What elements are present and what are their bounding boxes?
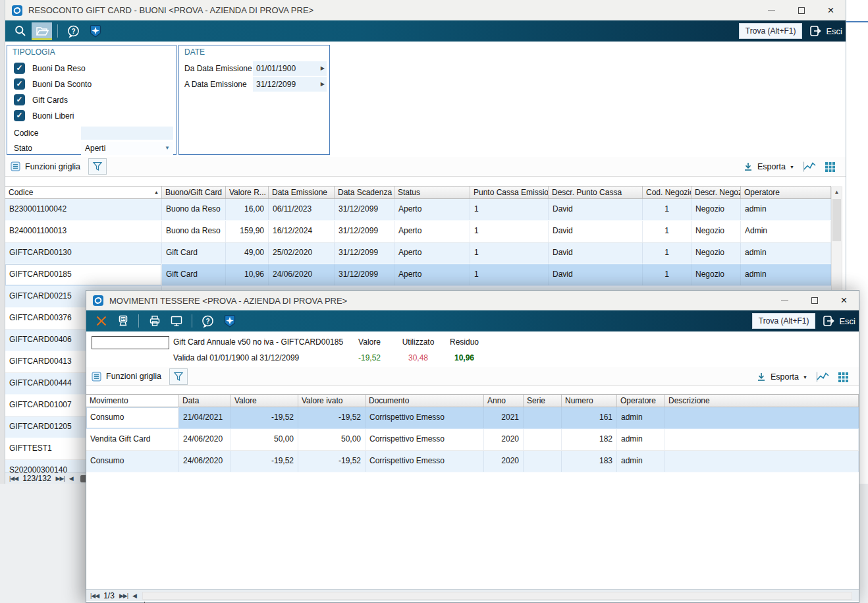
column-header[interactable]: Valore (231, 395, 298, 407)
close-icon[interactable]: × (829, 291, 859, 310)
trova-button[interactable]: Trova (Alt+F1) (739, 23, 803, 39)
table-row[interactable]: Vendita Gift Card24/06/202050,0050,00Cor… (86, 429, 859, 451)
column-header[interactable]: Data (179, 395, 231, 407)
card-info-panel: Gift Card Annuale v50 no iva - GIFTCARD0… (86, 331, 859, 367)
list-icon (92, 372, 101, 382)
column-header[interactable]: Codice▲ (5, 187, 162, 198)
scroll-up-icon[interactable]: ▲ (832, 187, 842, 198)
first-page-button[interactable]: |◀◀ (9, 475, 18, 482)
column-header[interactable]: Operatore (617, 395, 665, 407)
search-button[interactable] (10, 22, 30, 40)
esporta-button[interactable]: Esporta ▼ (743, 161, 794, 172)
stato-select[interactable]: Aperti ▼ (81, 142, 173, 155)
table-row[interactable]: B230001100042Buono da Reso16,0006/11/202… (5, 199, 831, 221)
last-page-button[interactable]: ▶▶| (119, 592, 128, 599)
table-cell: 1 (643, 243, 692, 264)
da-data-input[interactable]: 01/01/1900 ▶ (253, 61, 327, 76)
table-cell: Gift Card (162, 243, 226, 264)
chart-button[interactable] (802, 161, 817, 173)
esci-label: Esci (839, 316, 855, 326)
column-header[interactable]: Data Scadenza (335, 187, 394, 198)
table-row[interactable]: GIFTCARD00130Gift Card49,0025/02/202031/… (5, 243, 831, 264)
chart-button[interactable] (815, 371, 830, 383)
column-header[interactable]: Valore ivato (298, 395, 366, 407)
filter-button[interactable] (169, 368, 188, 385)
main-titlebar[interactable]: RESOCONTO GIFT CARD - BUONI <PROVA - AZI… (5, 0, 846, 20)
maximize-icon[interactable] (786, 0, 816, 20)
grid-view-button[interactable] (825, 161, 836, 173)
scroll-left-button[interactable]: ◀ (132, 592, 136, 599)
table-row[interactable]: Consumo21/04/2021-19,52-19,52Corrispetti… (86, 407, 859, 429)
valore-value: -19,52 (344, 353, 394, 362)
pin-button[interactable] (219, 312, 240, 330)
checkbox-buoni-da-reso[interactable]: ✓ Buoni Da Reso (14, 63, 86, 74)
column-header[interactable]: Valore R... (226, 187, 269, 198)
help-button[interactable]: ? (198, 312, 218, 330)
column-header[interactable]: Status (394, 187, 470, 198)
card-terminal-button[interactable]: $ (113, 312, 133, 330)
table-cell: -19,52 (298, 407, 366, 428)
print-button[interactable] (144, 312, 165, 330)
scrollbar-thumb[interactable] (832, 199, 841, 241)
spinner-icon[interactable]: ▶ (321, 61, 325, 76)
column-header[interactable]: Documento (366, 395, 484, 407)
table-row[interactable]: B240001100013Buono da Reso159,9016/12/20… (5, 221, 831, 243)
table-cell: David (549, 221, 643, 242)
column-header[interactable]: Operatore (741, 187, 831, 198)
maximize-icon[interactable] (800, 291, 829, 310)
annulla-button[interactable] (91, 312, 111, 330)
checkbox-buoni-liberi[interactable]: ✓ Buoni Liberi (14, 110, 74, 121)
table-cell: Admin (741, 221, 831, 242)
checkbox-gift-cards[interactable]: ✓ Gift Cards (14, 94, 68, 105)
column-header[interactable]: Buono/Gift Card (162, 187, 226, 198)
chevron-down-icon: ▼ (165, 142, 170, 155)
a-data-input[interactable]: 31/12/2099 ▶ (253, 77, 327, 92)
help-icon: ? (201, 314, 215, 328)
column-header[interactable]: Serie (524, 395, 562, 407)
minimize-icon[interactable] (757, 0, 786, 20)
table-cell: -19,52 (231, 451, 298, 472)
close-icon[interactable]: × (816, 0, 846, 20)
codice-input[interactable] (81, 127, 173, 140)
trova-button[interactable]: Trova (Alt+F1) (752, 313, 816, 329)
column-header[interactable]: Descrizione (665, 395, 859, 407)
child-titlebar[interactable]: MOVIMENTI TESSERE <PROVA - AZIENDA DI PR… (86, 291, 859, 310)
display-button[interactable] (166, 312, 186, 330)
table-row[interactable]: Consumo24/06/2020-19,52-19,52Corrispetti… (86, 451, 859, 473)
esci-button[interactable]: Esci (822, 314, 855, 328)
column-header[interactable]: Movimento (86, 395, 179, 407)
horizontal-scrollbar-track[interactable] (142, 592, 852, 600)
table-cell: Corrispettivo Emesso (366, 451, 484, 472)
minimize-icon[interactable] (770, 291, 800, 310)
card-code-input[interactable] (92, 336, 169, 349)
grid-view-button[interactable] (838, 372, 849, 383)
esci-button[interactable]: Esci (809, 24, 842, 38)
column-header[interactable]: Punto Cassa Emissione (470, 187, 549, 198)
first-page-button[interactable]: |◀◀ (90, 592, 99, 599)
column-header[interactable]: Data Emissione (269, 187, 335, 198)
esporta-button[interactable]: Esporta ▼ (756, 372, 807, 382)
filter-button[interactable] (88, 158, 107, 175)
column-header[interactable]: Anno (484, 395, 524, 407)
table-cell: Aperto (394, 243, 470, 264)
table-cell: 31/12/2099 (335, 221, 394, 242)
monitor-icon (170, 314, 183, 328)
window-title: MOVIMENTI TESSERE <PROVA - AZIENDA DI PR… (109, 296, 347, 306)
funzioni-griglia-button[interactable]: Funzioni griglia (92, 372, 161, 382)
spinner-icon[interactable]: ▶ (321, 77, 325, 92)
table-cell: 182 (562, 429, 617, 450)
table-cell: B240001100013 (5, 221, 162, 242)
help-button[interactable]: ? (63, 22, 84, 40)
column-header[interactable]: Numero (562, 395, 617, 407)
column-header[interactable]: Descr. Negozio... (692, 187, 741, 198)
open-folder-button[interactable] (32, 22, 52, 40)
table-cell: Negozio (692, 243, 741, 264)
column-header[interactable]: Descr. Punto Cassa (549, 187, 643, 198)
funzioni-griglia-button[interactable]: Funzioni griglia (11, 161, 80, 171)
column-header[interactable]: Cod. Negozio... (643, 187, 692, 198)
checkbox-buoni-da-sconto[interactable]: ✓ Buoni Da Sconto (14, 78, 92, 90)
table-row[interactable]: GIFTCARD00185Gift Card10,9624/06/202031/… (5, 264, 831, 286)
pin-button[interactable] (85, 22, 105, 40)
scroll-left-button[interactable]: ◀ (69, 475, 73, 482)
last-page-button[interactable]: ▶▶| (56, 475, 65, 482)
